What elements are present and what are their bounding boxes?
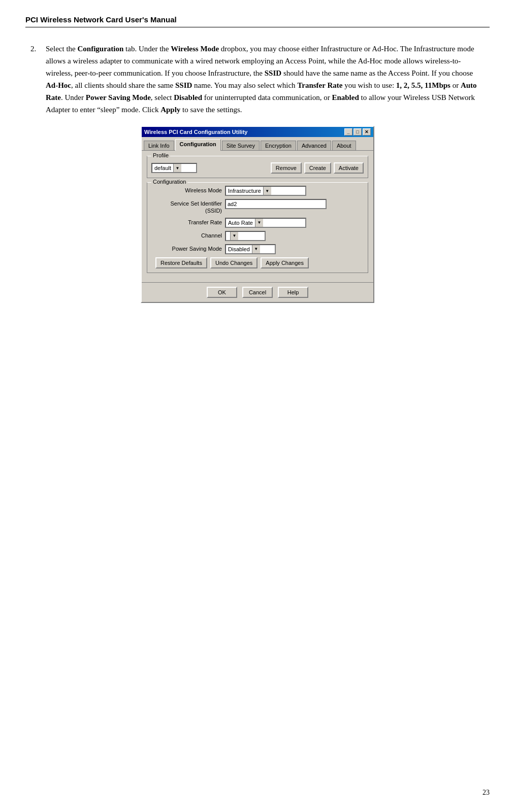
dialog-title: Wireless PCI Card Configuration Utility [144,129,247,135]
tab-advanced[interactable]: Advanced [297,141,331,150]
transfer-rate-arrow[interactable]: ▼ [255,219,263,227]
remove-button[interactable]: Remove [271,162,302,174]
bold-rates: 1, 2, 5.5, 11Mbps [396,81,450,89]
apply-changes-button[interactable]: Apply Changes [261,257,309,268]
dialog-titlebar: Wireless PCI Card Configuration Utility … [142,127,373,137]
list-text: Select the Configuration tab. Under the … [46,43,485,116]
main-content: 2. Select the Configuration tab. Under t… [25,43,490,303]
page-number: 23 [482,789,490,797]
channel-arrow[interactable]: ▼ [230,232,238,240]
restore-defaults-button[interactable]: Restore Defaults [155,257,207,268]
dialog-tabs: Link Info Configuration Site Survey Encr… [142,137,373,150]
list-item-2: 2. Select the Configuration tab. Under t… [30,43,485,116]
channel-dropdown[interactable]: ▼ [225,231,266,241]
profile-dropdown[interactable]: default ▼ [151,163,197,173]
profile-buttons: Remove Create Activate [271,162,364,174]
bold-disabled: Disabled [174,93,202,101]
config-group-label: Configuration [151,179,187,185]
maximize-button[interactable]: □ [353,128,362,136]
tab-link-info[interactable]: Link Info [144,141,174,150]
profile-group-label: Profile [151,152,170,158]
list-number: 2. [30,43,41,116]
bold-ssid-1: SSID [265,69,281,77]
tab-configuration[interactable]: Configuration [175,139,221,151]
titlebar-buttons: _ □ ✕ [344,128,371,136]
dialog-footer: OK Cancel Help [142,282,373,302]
transfer-rate-dropdown[interactable]: Auto Rate ▼ [225,218,306,228]
bold-power-saving: Power Saving Mode [86,93,151,101]
config-group: Configuration Wireless Mode Infrastructu… [147,182,368,273]
channel-row: Channel ▼ [151,231,364,241]
ssid-label: Service Set Identifier(SSID) [151,199,225,215]
wireless-mode-label: Wireless Mode [151,187,225,194]
profile-value: default [152,165,173,171]
create-button[interactable]: Create [304,162,331,174]
tab-about[interactable]: About [332,141,356,150]
power-saving-row: Power Saving Mode Disabled ▼ [151,244,364,254]
tab-encryption[interactable]: Encryption [261,141,296,150]
transfer-rate-row: Transfer Rate Auto Rate ▼ [151,218,364,228]
wireless-mode-row: Wireless Mode Infrastructure ▼ [151,186,364,196]
page-header: PCI Wireless Network Card User's Manual [25,15,490,27]
bold-apply: Apply [160,106,180,114]
ssid-row: Service Set Identifier(SSID) [151,199,364,215]
bold-adhoc: Ad-Hoc [46,81,71,89]
dialog-window: Wireless PCI Card Configuration Utility … [141,126,374,303]
bold-transfer-rate: Transfer Rate [297,81,342,89]
close-button[interactable]: ✕ [363,128,371,136]
transfer-rate-label: Transfer Rate [151,219,225,226]
ok-button[interactable]: OK [207,287,237,298]
transfer-rate-value: Auto Rate [226,220,255,226]
profile-group: Profile default ▼ Remove Create Activate [147,156,368,178]
channel-label: Channel [151,232,225,239]
wireless-mode-dropdown[interactable]: Infrastructure ▼ [225,186,306,196]
minimize-button[interactable]: _ [344,128,352,136]
header-title: PCI Wireless Network Card User's Manual [25,15,177,24]
bold-wireless-mode: Wireless Mode [171,45,219,53]
power-saving-arrow[interactable]: ▼ [252,245,260,253]
action-buttons: Restore Defaults Undo Changes Apply Chan… [151,257,364,268]
wireless-mode-arrow[interactable]: ▼ [263,187,271,195]
bold-ssid-2: SSID [175,81,192,89]
dialog-container: Wireless PCI Card Configuration Utility … [30,126,485,303]
undo-changes-button[interactable]: Undo Changes [210,257,258,268]
ssid-input[interactable] [225,199,327,209]
activate-button[interactable]: Activate [334,162,364,174]
wireless-mode-value: Infrastructure [226,188,263,194]
cancel-button[interactable]: Cancel [242,287,273,298]
power-saving-value: Disabled [226,246,252,252]
help-button[interactable]: Help [278,287,308,298]
profile-row: default ▼ Remove Create Activate [151,162,364,174]
tab-site-survey[interactable]: Site Survey [222,141,260,150]
power-saving-label: Power Saving Mode [151,246,225,252]
bold-enabled: Enabled [332,93,359,101]
power-saving-dropdown[interactable]: Disabled ▼ [225,244,276,254]
profile-dropdown-arrow[interactable]: ▼ [173,164,181,172]
dialog-body: Profile default ▼ Remove Create Activate [142,150,373,282]
bold-configuration: Configuration [77,45,123,53]
